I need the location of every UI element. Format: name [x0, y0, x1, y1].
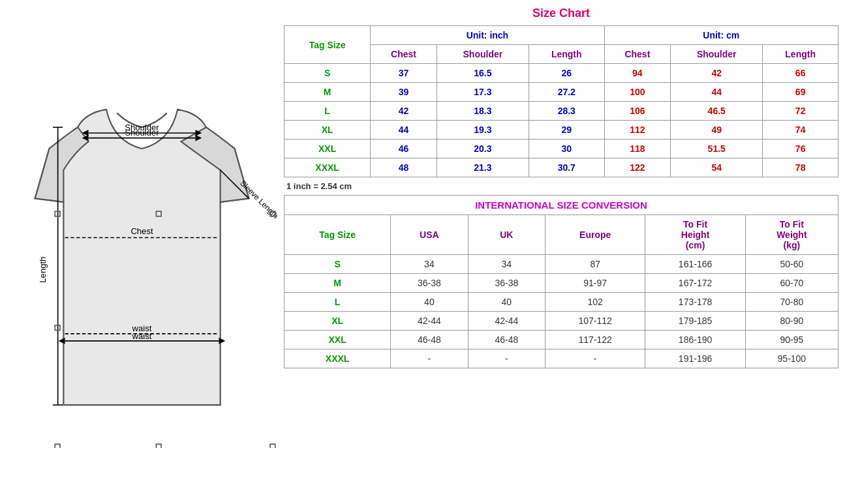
cm-length-cell: 69 [763, 83, 838, 102]
cm-length-header: Length [763, 45, 838, 64]
inch-length-header: Length [529, 45, 604, 64]
intl-weight-cell: 90-95 [745, 331, 838, 349]
intl-uk-cell: 42-44 [468, 312, 545, 331]
intl-uk-cell: 34 [468, 255, 545, 274]
svg-text:waist: waist [132, 331, 152, 341]
cm-shoulder-cell: 44 [671, 83, 763, 102]
intl-uk-cell: 40 [468, 293, 545, 312]
size-chart-table: Tag Size Unit: inch Unit: cm Chest Shoul… [284, 25, 838, 177]
cm-length-cell: 66 [763, 64, 838, 83]
svg-rect-19 [270, 444, 275, 447]
cm-chest-cell: 112 [604, 121, 671, 140]
intl-row: M 36-38 36-38 91-97 167-172 60-70 [284, 274, 838, 293]
intl-row: S 34 34 87 161-166 50-60 [284, 255, 838, 274]
inch-chest-cell: 39 [371, 83, 437, 102]
inch-shoulder-cell: 16.5 [437, 64, 529, 83]
inch-chest-cell: 44 [371, 121, 437, 140]
cm-length-cell: 78 [763, 158, 838, 177]
intl-europe-cell: 102 [545, 293, 645, 312]
unit-inch-header: Unit: inch [371, 26, 604, 45]
intl-uk-cell: - [468, 349, 545, 368]
inch-chest-cell: 48 [371, 158, 437, 177]
cm-shoulder-cell: 42 [671, 64, 763, 83]
intl-usa-header: USA [391, 215, 468, 255]
intl-row: L 40 40 102 173-178 70-80 [284, 293, 838, 312]
cm-length-cell: 74 [763, 121, 838, 140]
tag-size-cell: XXL [284, 140, 371, 158]
inch-length-cell: 30.7 [529, 158, 604, 177]
tag-size-cell: S [284, 64, 371, 83]
inch-length-cell: 26 [529, 64, 604, 83]
intl-usa-cell: 46-48 [391, 331, 468, 349]
intl-height-cell: 167-172 [645, 274, 745, 293]
intl-row: XXXL - - - 191-196 95-100 [284, 349, 838, 368]
intl-europe-header: Europe [545, 215, 645, 255]
svg-text:Shoulder: Shoulder [125, 128, 159, 138]
intl-weight-cell: 80-90 [745, 312, 838, 331]
inch-chest-cell: 37 [371, 64, 437, 83]
cm-chest-cell: 122 [604, 158, 671, 177]
intl-weight-header: To FitWeight(kg) [745, 215, 838, 255]
intl-tag-size-header: Tag Size [284, 215, 391, 255]
intl-tag-cell: L [284, 293, 391, 312]
inch-note: 1 inch = 2.54 cm [284, 177, 838, 195]
size-chart-row: XXL 46 20.3 30 118 51.5 76 [284, 140, 838, 158]
inch-chest-header: Chest [371, 45, 437, 64]
inch-chest-cell: 42 [371, 102, 437, 121]
tag-size-cell: L [284, 102, 371, 121]
intl-height-cell: 179-185 [645, 312, 745, 331]
svg-rect-18 [156, 444, 161, 447]
intl-height-cell: 191-196 [645, 349, 745, 368]
intl-height-header: To FitHeight(cm) [645, 215, 745, 255]
intl-conversion-title: INTERNATIONAL SIZE CONVERSION [284, 196, 838, 215]
intl-usa-cell: 42-44 [391, 312, 468, 331]
intl-conversion-table: INTERNATIONAL SIZE CONVERSION Tag Size U… [284, 195, 838, 368]
intl-uk-header: UK [468, 215, 545, 255]
cm-chest-cell: 106 [604, 102, 671, 121]
intl-usa-cell: 36-38 [391, 274, 468, 293]
inch-length-cell: 30 [529, 140, 604, 158]
right-panel: Size Chart Tag Size Unit: inch Unit: cm … [284, 0, 845, 375]
svg-text:Chest: Chest [131, 226, 153, 236]
tag-size-col-header: Tag Size [284, 26, 371, 64]
intl-row: XL 42-44 42-44 107-112 179-185 80-90 [284, 312, 838, 331]
intl-tag-cell: XL [284, 312, 391, 331]
svg-rect-17 [55, 444, 60, 447]
intl-weight-cell: 50-60 [745, 255, 838, 274]
intl-usa-cell: - [391, 349, 468, 368]
cm-length-cell: 72 [763, 102, 838, 121]
tag-size-cell: XXXL [284, 158, 371, 177]
intl-tag-cell: M [284, 274, 391, 293]
cm-shoulder-cell: 54 [671, 158, 763, 177]
cm-chest-cell: 118 [604, 140, 671, 158]
intl-weight-cell: 60-70 [745, 274, 838, 293]
cm-chest-header: Chest [604, 45, 671, 64]
inch-length-cell: 27.2 [529, 83, 604, 102]
intl-europe-cell: 107-112 [545, 312, 645, 331]
cm-chest-cell: 100 [604, 83, 671, 102]
intl-tag-cell: XXL [284, 331, 391, 349]
tag-size-cell: M [284, 83, 371, 102]
size-chart-title: Size Chart [284, 7, 838, 20]
svg-text:Length: Length [38, 257, 48, 283]
cm-shoulder-cell: 49 [671, 121, 763, 140]
intl-tag-cell: XXXL [284, 349, 391, 368]
intl-usa-cell: 34 [391, 255, 468, 274]
cm-shoulder-header: Shoulder [671, 45, 763, 64]
intl-europe-cell: 117-122 [545, 331, 645, 349]
inch-length-cell: 29 [529, 121, 604, 140]
size-chart-row: S 37 16.5 26 94 42 66 [284, 64, 838, 83]
unit-cm-header: Unit: cm [604, 26, 838, 45]
cm-shoulder-cell: 51.5 [671, 140, 763, 158]
intl-height-cell: 186-190 [645, 331, 745, 349]
intl-usa-cell: 40 [391, 293, 468, 312]
inch-shoulder-cell: 19.3 [437, 121, 529, 140]
inch-shoulder-header: Shoulder [437, 45, 529, 64]
intl-uk-cell: 36-38 [468, 274, 545, 293]
intl-weight-cell: 95-100 [745, 349, 838, 368]
inch-shoulder-cell: 21.3 [437, 158, 529, 177]
intl-uk-cell: 46-48 [468, 331, 545, 349]
size-chart-row: XXXL 48 21.3 30.7 122 54 78 [284, 158, 838, 177]
intl-europe-cell: 87 [545, 255, 645, 274]
size-chart-row: L 42 18.3 28.3 106 46.5 72 [284, 102, 838, 121]
